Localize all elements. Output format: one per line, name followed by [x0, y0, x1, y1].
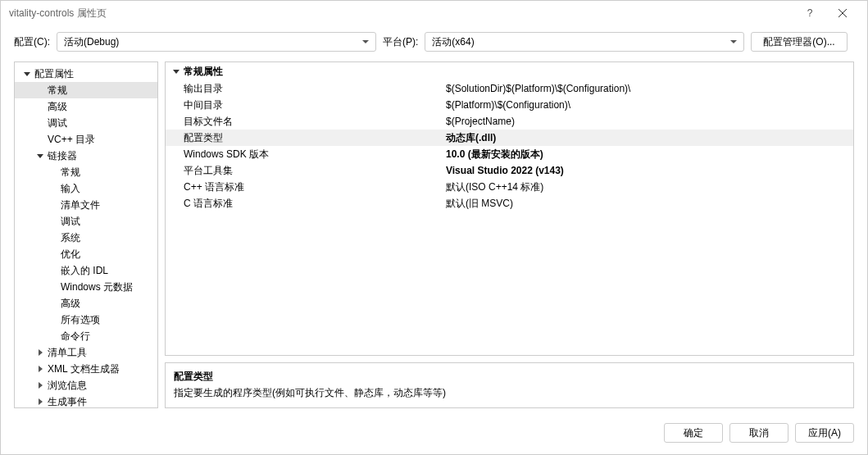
tree-item-linker-general[interactable]: 常规: [15, 164, 157, 180]
description-panel: 配置类型 指定要生成的程序类型(例如可执行文件、静态库，动态库等等): [165, 362, 854, 408]
expander-icon[interactable]: [21, 68, 33, 80]
chevron-down-icon: [730, 40, 737, 43]
config-dropdown[interactable]: 活动(Debug): [57, 32, 376, 52]
property-row[interactable]: 平台工具集Visual Studio 2022 (v143): [166, 162, 853, 179]
tree-item-build-events[interactable]: 生成事件: [15, 394, 157, 408]
expander-icon[interactable]: [34, 150, 46, 162]
category-tree[interactable]: 配置属性 常规 高级 调试 VC++ 目录 链接器 常规 输入 清单文件 调试 …: [14, 61, 158, 408]
property-row[interactable]: Windows SDK 版本10.0 (最新安装的版本): [166, 146, 853, 162]
content-pane: 常规属性 输出目录$(SolutionDir)$(Platform)\$(Con…: [165, 61, 854, 408]
property-name: 目标文件名: [184, 115, 446, 129]
titlebar: vitality-controls 属性页 ?: [1, 1, 867, 25]
cancel-button[interactable]: 取消: [729, 423, 788, 443]
property-row[interactable]: 配置类型动态库(.dll): [166, 130, 853, 146]
property-value[interactable]: 默认(ISO C++14 标准): [446, 180, 853, 194]
property-row[interactable]: 输出目录$(SolutionDir)$(Platform)\$(Configur…: [166, 80, 853, 97]
platform-dropdown[interactable]: 活动(x64): [425, 32, 744, 52]
tree-item-linker-winmd[interactable]: Windows 元数据: [15, 279, 157, 295]
tree-root-config-props[interactable]: 配置属性: [15, 66, 157, 82]
apply-button[interactable]: 应用(A): [795, 423, 854, 443]
window-title: vitality-controls 属性页: [9, 7, 793, 20]
expander-icon[interactable]: [34, 363, 46, 375]
property-name: 中间目录: [184, 98, 446, 112]
tree-item-manifest-tool[interactable]: 清单工具: [15, 344, 157, 361]
grid-category-header[interactable]: 常规属性: [166, 62, 853, 80]
expander-icon[interactable]: [170, 66, 182, 77]
platform-label: 平台(P):: [383, 35, 418, 49]
tree-item-linker-manifest[interactable]: 清单文件: [15, 197, 157, 213]
tree-item-browse-info[interactable]: 浏览信息: [15, 377, 157, 394]
dialog-footer: 确定 取消 应用(A): [1, 416, 867, 454]
tree-item-vcdirs[interactable]: VC++ 目录: [15, 131, 157, 148]
property-name: C 语言标准: [184, 197, 446, 211]
ok-button[interactable]: 确定: [664, 423, 723, 443]
close-icon: [838, 9, 847, 17]
property-value[interactable]: 默认(旧 MSVC): [446, 197, 853, 211]
property-value[interactable]: $(Platform)\$(Configuration)\: [446, 99, 853, 111]
config-label: 配置(C):: [14, 35, 50, 49]
tree-item-linker-all[interactable]: 所有选项: [15, 312, 157, 328]
description-text: 指定要生成的程序类型(例如可执行文件、静态库，动态库等等): [174, 386, 845, 400]
property-row[interactable]: C 语言标准默认(旧 MSVC): [166, 195, 853, 212]
config-manager-button[interactable]: 配置管理器(O)...: [751, 32, 847, 52]
property-value[interactable]: $(SolutionDir)$(Platform)\$(Configuratio…: [446, 83, 853, 94]
tree-item-linker-input[interactable]: 输入: [15, 180, 157, 197]
property-row[interactable]: 目标文件名$(ProjectName): [166, 113, 853, 130]
property-name: 平台工具集: [184, 164, 446, 178]
property-value[interactable]: $(ProjectName): [446, 116, 853, 127]
property-value[interactable]: 动态库(.dll): [446, 131, 853, 145]
expander-icon[interactable]: [34, 380, 46, 391]
description-title: 配置类型: [174, 370, 845, 384]
tree-item-advanced[interactable]: 高级: [15, 98, 157, 115]
property-name: 输出目录: [184, 82, 446, 96]
tree-item-linker-optimize[interactable]: 优化: [15, 246, 157, 262]
tree-item-linker-cmdline[interactable]: 命令行: [15, 328, 157, 344]
property-value[interactable]: 10.0 (最新安装的版本): [446, 148, 853, 162]
tree-item-linker[interactable]: 链接器: [15, 148, 157, 164]
property-row[interactable]: C++ 语言标准默认(ISO C++14 标准): [166, 179, 853, 195]
property-page-dialog: vitality-controls 属性页 ? 配置(C): 活动(Debug)…: [0, 0, 868, 455]
property-grid[interactable]: 常规属性 输出目录$(SolutionDir)$(Platform)\$(Con…: [165, 61, 854, 356]
tree-item-linker-system[interactable]: 系统: [15, 230, 157, 246]
property-name: Windows SDK 版本: [184, 148, 446, 162]
property-row[interactable]: 中间目录$(Platform)\$(Configuration)\: [166, 97, 853, 113]
main-area: 配置属性 常规 高级 调试 VC++ 目录 链接器 常规 输入 清单文件 调试 …: [1, 61, 867, 416]
platform-value: 活动(x64): [432, 35, 474, 49]
tree-item-linker-idl[interactable]: 嵌入的 IDL: [15, 262, 157, 279]
property-name: 配置类型: [184, 131, 446, 145]
expander-icon[interactable]: [34, 396, 46, 407]
chevron-down-icon: [362, 40, 369, 43]
close-button[interactable]: [826, 2, 859, 25]
tree-item-xml-docgen[interactable]: XML 文档生成器: [15, 361, 157, 377]
tree-item-linker-debug[interactable]: 调试: [15, 213, 157, 230]
property-name: C++ 语言标准: [184, 180, 446, 194]
config-toolbar: 配置(C): 活动(Debug) 平台(P): 活动(x64) 配置管理器(O)…: [1, 25, 867, 61]
tree-item-linker-advanced[interactable]: 高级: [15, 295, 157, 312]
config-value: 活动(Debug): [64, 35, 119, 49]
expander-icon[interactable]: [34, 347, 46, 358]
tree-item-debug[interactable]: 调试: [15, 115, 157, 131]
property-value[interactable]: Visual Studio 2022 (v143): [446, 165, 853, 176]
help-button[interactable]: ?: [793, 2, 826, 25]
tree-item-general[interactable]: 常规: [15, 82, 157, 98]
